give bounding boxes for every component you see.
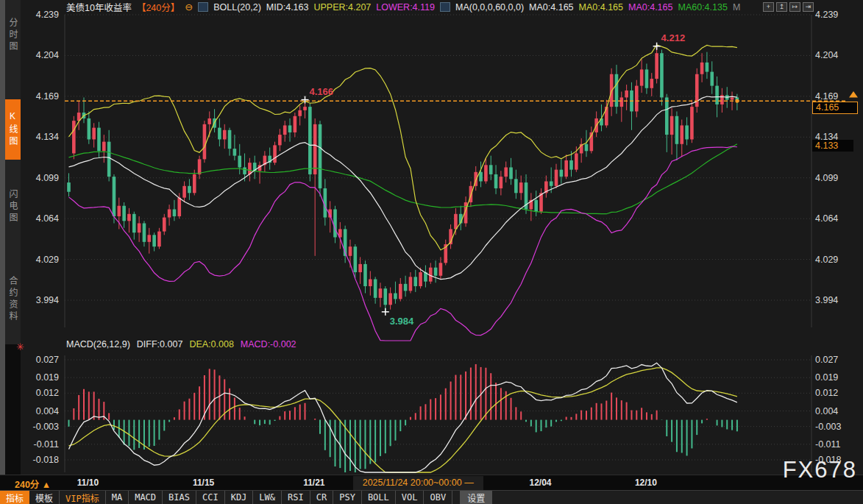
toolbar-button-cci[interactable]: CCI [196, 491, 225, 504]
svg-text:4.166: 4.166 [310, 86, 334, 97]
svg-text:4.239: 4.239 [36, 10, 59, 20]
svg-text:0.004: 0.004 [815, 406, 838, 416]
toolbar-button-template[interactable]: 模板 [29, 491, 60, 504]
svg-text:0.019: 0.019 [815, 372, 838, 383]
current-price-tag: 4.165 [812, 102, 858, 114]
boll-indicator-icon [198, 2, 208, 12]
sidebar-tab-time-chart[interactable]: 分时图 [5, 6, 21, 65]
reference-price-tag: 4.133 [812, 140, 853, 152]
macd-indicator-icon[interactable]: ✳ [16, 341, 24, 352]
indicator-toolbar: 指标 模板 VIP指标 MA MACD BIAS CCI KDJ LW& RSI… [0, 490, 863, 504]
svg-text:4.204: 4.204 [36, 50, 59, 60]
macd-hist-value: MACD:-0.002 [241, 339, 296, 349]
x-axis-label: 12/04 [530, 478, 552, 488]
svg-text:3.994: 3.994 [815, 295, 838, 305]
macd-diff-value: DIFF:0.007 [137, 339, 183, 349]
svg-text:-0.003: -0.003 [33, 422, 59, 432]
svg-text:4.099: 4.099 [36, 173, 59, 183]
svg-text:-0.011: -0.011 [33, 439, 59, 450]
zoom-axis-icon[interactable]: ↥ [776, 2, 787, 12]
toolbar-button-boll[interactable]: BOLL [362, 491, 396, 504]
toolbar-button-ma[interactable]: MA [106, 491, 129, 504]
sidebar-footer [5, 344, 21, 475]
toolbar-button-macd[interactable]: MACD [129, 491, 163, 504]
svg-text:0.012: 0.012 [36, 388, 59, 398]
sidebar-strip [0, 0, 5, 475]
svg-text:4.064: 4.064 [36, 213, 59, 224]
svg-text:4.064: 4.064 [815, 213, 838, 224]
svg-text:4.029: 4.029 [815, 255, 838, 265]
macd-dea-value: DEA:0.008 [189, 339, 233, 349]
x-axis-label: 11/21 [303, 478, 324, 488]
x-axis-label: 11/10 [77, 478, 99, 488]
toolbar-button-indicator[interactable]: 指标 [0, 491, 29, 504]
boll-mid: MID:4.163 [266, 2, 309, 13]
svg-text:4.029: 4.029 [36, 255, 59, 265]
ma60-value: MA60:4.135 [678, 2, 727, 13]
svg-text:4.169: 4.169 [815, 91, 838, 102]
svg-text:0.004: 0.004 [36, 406, 59, 416]
toolbar-button-kdj[interactable]: KDJ [225, 491, 254, 504]
svg-text:4.134: 4.134 [36, 132, 59, 142]
ma-suffix: M [733, 2, 740, 13]
ma-indicator-icon [440, 2, 450, 12]
ma0-value-2: MA0:4.165 [579, 2, 623, 13]
svg-text:3.984: 3.984 [390, 316, 414, 327]
step-forward-icon[interactable]: ⇥ [803, 2, 814, 12]
time-axis: 240分 ▲ 2025/11/24 20:00~00:00 — 11/1011/… [0, 475, 863, 490]
sidebar-tab-contract-info[interactable]: 合约资料 [5, 256, 21, 343]
chart-tools: + ↥ ↦ ⇥ [763, 2, 814, 12]
chart-header: 美债10年收益率 【240分】 ⊖ BOLL(20,2) MID:4.163 U… [66, 0, 740, 14]
candlestick-macd-chart[interactable]: 4.2394.2394.2044.2044.1694.1694.1344.134… [0, 0, 863, 475]
trading-app-window: 4.2394.2394.2044.2044.1694.1694.1344.134… [0, 0, 863, 504]
svg-text:3.994: 3.994 [36, 295, 59, 305]
x-axis-label: 11/15 [193, 478, 214, 488]
period-selector[interactable]: 240分 ▲ [15, 477, 51, 491]
sidebar-tab-flash-chart[interactable]: 闪电图 [5, 177, 21, 237]
sidebar: 分时图 K线图 闪电图 合约资料 [0, 0, 21, 475]
macd-header: MACD(26,12,9) DIFF:0.007 DEA:0.008 MACD:… [66, 339, 296, 349]
toolbar-button-vol[interactable]: VOL [396, 491, 425, 504]
selected-range-label: 2025/11/24 20:00~00:00 — [353, 476, 483, 490]
boll-lower: LOWER:4.119 [376, 2, 435, 13]
svg-text:0.027: 0.027 [36, 355, 59, 365]
sidebar-tab-kline-chart[interactable]: K线图 [5, 99, 21, 160]
svg-text:-0.003: -0.003 [815, 422, 841, 432]
ma0-value-3: MA0:4.165 [628, 2, 672, 13]
boll-upper: UPPER:4.207 [313, 2, 371, 13]
instrument-title: 美债10年收益率 [66, 0, 132, 14]
svg-text:0.027: 0.027 [815, 355, 838, 365]
svg-text:-0.018: -0.018 [33, 455, 59, 465]
toolbar-button-settings[interactable]: 设置 [460, 491, 492, 504]
svg-text:-0.011: -0.011 [815, 439, 841, 450]
svg-text:4.099: 4.099 [815, 173, 838, 183]
toolbar-button-bias[interactable]: BIAS [163, 491, 196, 504]
ma0-value-1: MA0:4.165 [529, 2, 573, 13]
boll-label: BOLL(20,2) [213, 2, 261, 13]
toolbar-button-vip[interactable]: VIP指标 [60, 491, 106, 504]
ma-label: MA(0,0,0,60,0,0) [455, 2, 524, 13]
toolbar-button-psy[interactable]: PSY [333, 491, 362, 504]
x-axis-label: 12/10 [635, 478, 657, 488]
svg-text:4.169: 4.169 [36, 91, 59, 102]
svg-text:0.019: 0.019 [36, 372, 59, 383]
svg-text:0.012: 0.012 [815, 388, 838, 398]
toolbar-button-lw[interactable]: LW& [253, 491, 282, 504]
svg-text:4.204: 4.204 [815, 50, 838, 60]
period-badge: 【240分】 [137, 0, 180, 14]
pan-right-icon[interactable]: ↦ [789, 2, 800, 12]
svg-text:4.212: 4.212 [661, 32, 686, 43]
collapse-icon[interactable]: ⊖ [185, 1, 193, 13]
toolbar-button-obv[interactable]: OBV [424, 491, 452, 504]
fx678-watermark: FX678 [783, 457, 857, 483]
svg-text:4.239: 4.239 [815, 10, 838, 20]
macd-label: MACD(26,12,9) [66, 339, 130, 349]
crosshair-icon[interactable]: + [763, 2, 774, 12]
toolbar-button-rsi[interactable]: RSI [282, 491, 310, 504]
toolbar-button-cr[interactable]: CR [310, 491, 333, 504]
